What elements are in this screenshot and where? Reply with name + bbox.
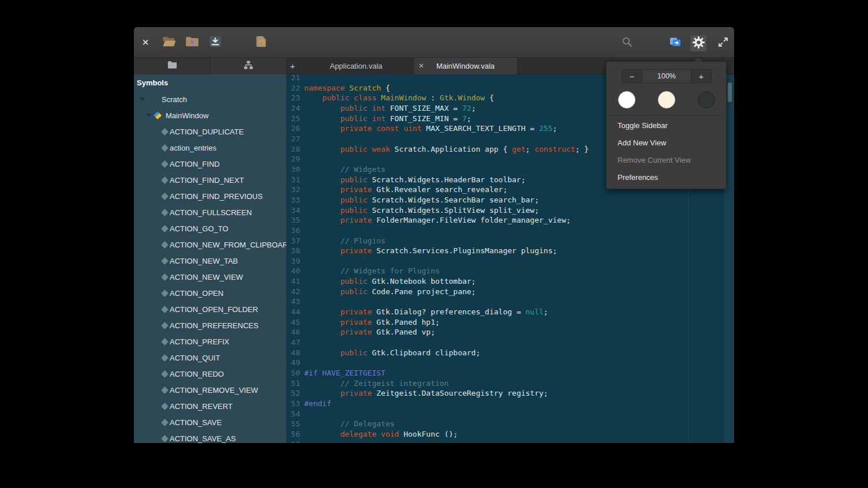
line-number: 24 xyxy=(287,103,300,114)
symbol-diamond-icon xyxy=(161,370,169,378)
color-scheme-light-button[interactable] xyxy=(618,91,635,108)
code-line: // Delegates xyxy=(304,419,589,429)
code-line: public int FONT_SIZE_MIN = 7; xyxy=(304,114,589,124)
symbol-label: ACTION_REMOVE_VIEW xyxy=(170,386,258,395)
line-number: 51 xyxy=(287,378,300,389)
code-line xyxy=(304,296,589,307)
tab-close-button[interactable]: × xyxy=(417,58,425,74)
symbol-diamond-icon xyxy=(161,386,169,394)
symbol-item[interactable]: ACTION_NEW_TAB xyxy=(134,253,286,269)
symbols-sidebar: Symbols Scratch MainWindow ACTION_DUPLIC… xyxy=(134,74,287,443)
symbol-item[interactable]: ACTION_REDO xyxy=(134,366,286,382)
scrollbar-thumb[interactable] xyxy=(728,82,732,102)
symbol-item[interactable]: ACTION_PREFIX xyxy=(134,333,286,350)
tab-application-vala[interactable]: Application.vala xyxy=(298,58,414,74)
symbol-item[interactable]: ACTION_SAVE_AS xyxy=(134,430,286,443)
line-number: 41 xyxy=(287,276,300,287)
symbol-label: ACTION_QUIT xyxy=(170,354,220,362)
tab-mainwindow-vala[interactable]: × MainWindow.vala xyxy=(414,58,518,74)
line-number: 26 xyxy=(287,123,300,134)
line-number: 57 xyxy=(287,440,300,443)
new-tab-button[interactable]: + xyxy=(287,58,298,74)
code-line xyxy=(304,74,589,83)
new-view-button[interactable] xyxy=(667,35,683,51)
symbol-label: ACTION_PREFERENCES xyxy=(170,321,259,330)
window-close-button[interactable]: × xyxy=(139,35,152,49)
code-line: private const uint MAX_SEARCH_TEXT_LENGT… xyxy=(304,123,589,134)
symbol-item[interactable]: ACTION_NEW_VIEW xyxy=(134,269,286,285)
menu-separator xyxy=(607,115,726,116)
code-line xyxy=(304,440,589,443)
symbol-item[interactable]: ACTION_FIND_PREVIOUS xyxy=(134,188,286,204)
code-line xyxy=(304,134,589,144)
expander-arrow-icon[interactable] xyxy=(140,97,145,101)
open-folder-button[interactable] xyxy=(184,35,200,51)
color-scheme-sepia-button[interactable] xyxy=(658,91,675,108)
symbol-item[interactable]: ACTION_FIND xyxy=(134,156,286,172)
menu-item-remove-current-view: Remove Current View xyxy=(607,152,726,169)
symbol-diamond-icon xyxy=(161,160,169,168)
symbol-item[interactable]: ACTION_OPEN xyxy=(134,285,286,301)
symbol-item[interactable]: action_entries xyxy=(134,140,286,156)
folder-icon xyxy=(167,59,178,73)
class-diamond-icon xyxy=(154,111,162,119)
code-line: private Gtk.Paned vp; xyxy=(304,327,589,337)
symbol-item[interactable]: ACTION_GO_TO xyxy=(134,220,286,237)
symbol-item[interactable]: ACTION_PREFERENCES xyxy=(134,317,286,333)
symbol-diamond-icon xyxy=(161,306,169,313)
symbol-item[interactable]: ACTION_QUIT xyxy=(134,350,286,366)
menu-item-toggle-sidebar[interactable]: Toggle Sidebar xyxy=(607,117,726,134)
symbol-class-mainwindow[interactable]: MainWindow xyxy=(134,107,286,123)
zoom-in-button[interactable]: + xyxy=(691,70,711,82)
line-number: 30 xyxy=(287,164,300,175)
line-number: 47 xyxy=(287,337,300,348)
code-line: // Widgets for Plugins xyxy=(304,266,589,276)
open-file-button[interactable] xyxy=(161,35,177,51)
settings-button[interactable] xyxy=(690,35,706,51)
line-number: 33 xyxy=(287,195,300,205)
symbol-item[interactable]: ACTION_REVERT xyxy=(134,398,286,414)
symbol-item[interactable]: ACTION_REMOVE_VIEW xyxy=(134,382,286,398)
zoom-control: − 100% + xyxy=(622,69,712,83)
symbols-title: Symbols xyxy=(137,78,168,87)
symbol-item[interactable]: ACTION_SAVE xyxy=(134,414,286,430)
symbol-item[interactable]: ACTION_DUPLICATE xyxy=(134,123,286,140)
menu-item-add-new-view[interactable]: Add New View xyxy=(607,134,726,152)
code-line: public weak Scratch.Application app { ge… xyxy=(304,144,589,155)
code-line xyxy=(304,154,589,164)
symbol-root-scratch[interactable]: Scratch xyxy=(134,91,286,107)
symbol-item[interactable]: ACTION_FULLSCREEN xyxy=(134,204,286,220)
revert-button[interactable] xyxy=(253,35,270,51)
symbol-item[interactable]: ACTION_FIND_NEXT xyxy=(134,172,286,188)
sidebar-view-folders-button[interactable] xyxy=(134,58,211,74)
menu-item-preferences[interactable]: Preferences xyxy=(607,169,726,186)
symbol-item[interactable]: ACTION_OPEN_FOLDER xyxy=(134,301,286,317)
code-line: // Widgets xyxy=(304,164,589,175)
color-scheme-dark-button[interactable] xyxy=(698,91,715,108)
fullscreen-button[interactable] xyxy=(715,35,731,51)
symbols-members: ACTION_DUPLICATEaction_entriesACTION_FIN… xyxy=(134,123,286,443)
symbol-diamond-icon xyxy=(161,419,169,426)
code-line: private Scratch.Services.PluginsManager … xyxy=(304,246,589,256)
folder-badge-icon xyxy=(185,34,200,51)
symbols-tree: Scratch MainWindow ACTION_DUPLICATEactio… xyxy=(134,91,286,443)
symbol-diamond-icon xyxy=(161,403,169,410)
save-as-button[interactable] xyxy=(207,35,223,51)
save-icon xyxy=(208,34,223,51)
line-number: 38 xyxy=(287,246,300,256)
symbol-label: ACTION_DUPLICATE xyxy=(170,127,244,136)
line-number: 40 xyxy=(287,266,300,276)
code-line: private Zeitgeist.DataSourceRegistry reg… xyxy=(304,388,589,399)
expander-arrow-icon[interactable] xyxy=(146,114,152,117)
symbol-label: ACTION_NEW_VIEW xyxy=(170,273,243,281)
symbol-label: ACTION_OPEN_FOLDER xyxy=(170,305,258,314)
symbol-diamond-icon xyxy=(161,177,169,184)
search-button[interactable] xyxy=(619,35,635,51)
zoom-out-button[interactable]: − xyxy=(622,70,642,82)
code-line: public Code.Pane project_pane; xyxy=(304,287,589,297)
app-window: × xyxy=(134,27,734,443)
line-number: 56 xyxy=(287,429,300,440)
symbol-item[interactable]: ACTION_NEW_FROM_CLIPBOARD xyxy=(134,237,286,253)
symbol-diamond-icon xyxy=(161,209,169,216)
sidebar-view-outline-button[interactable] xyxy=(211,58,287,74)
